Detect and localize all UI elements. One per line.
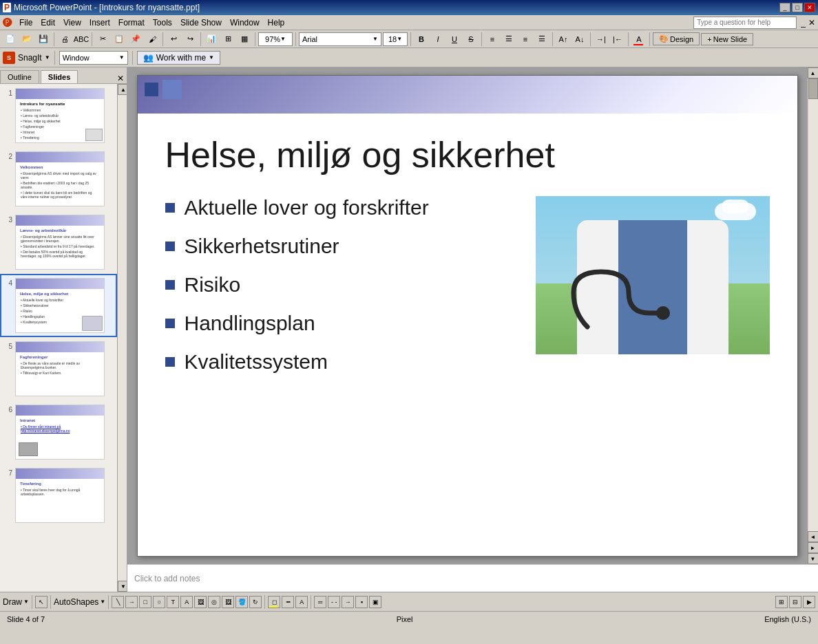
clipart-tool-button[interactable]: 🖼 — [194, 596, 207, 608]
paint-tool-button[interactable]: 🪣 — [235, 596, 248, 608]
font-color-button[interactable]: A — [631, 32, 647, 47]
slide-item-6[interactable]: 6 Intranet • Du finner vårt intranet på … — [0, 400, 117, 464]
tab-outline[interactable]: Outline — [0, 70, 39, 83]
close-icon[interactable]: ✕ — [808, 18, 815, 28]
workwith-button[interactable]: 👥 Work with me ▼ — [137, 51, 220, 65]
justify-button[interactable]: ☰ — [534, 32, 549, 47]
menu-edit[interactable]: Edit — [36, 17, 59, 29]
scroll-up-button[interactable]: ▲ — [118, 84, 127, 95]
spelling-button[interactable]: ABC — [74, 32, 89, 47]
slideshow-button[interactable]: ▶ — [803, 596, 815, 608]
minimize-button[interactable]: _ — [779, 3, 790, 12]
menu-window[interactable]: Window — [226, 17, 264, 29]
slide-item-7[interactable]: 7 Timeføring • Timer skal føres hver dag… — [0, 464, 117, 527]
increase-font-button[interactable]: A↑ — [556, 32, 571, 47]
scroll-down-right-button[interactable]: ▼ — [808, 553, 819, 564]
textbox-tool-button[interactable]: T — [167, 596, 179, 608]
menu-insert[interactable]: Insert — [85, 17, 114, 29]
slide-item-2[interactable]: 2 Velkommen • Eksempelgirma AS driver me… — [0, 147, 117, 211]
slide-item-3[interactable]: 3 Lønns- og arbeidsvilkår • Eksempelgirm… — [0, 211, 117, 274]
underline-button[interactable]: U — [447, 32, 462, 47]
line-style-button[interactable]: ═ — [314, 596, 326, 608]
indent-more-button[interactable]: →| — [594, 32, 609, 47]
zoom-dropdown-icon[interactable]: ▼ — [280, 36, 286, 42]
scroll-right-1[interactable]: ◄ — [808, 531, 819, 542]
fill-color-button[interactable]: ◻ — [268, 596, 280, 608]
close-button[interactable]: ✕ — [804, 3, 815, 12]
shadow-button[interactable]: ▪ — [355, 596, 368, 608]
save-button[interactable]: 💾 — [36, 32, 51, 47]
image-tool-button[interactable]: 🖼 — [222, 596, 234, 608]
print-button[interactable]: 🖨 — [57, 32, 72, 47]
line-tool-button[interactable]: ╲ — [112, 596, 124, 608]
minimize-icon[interactable]: _ — [801, 18, 806, 28]
chart-button[interactable]: 📊 — [204, 32, 219, 47]
oval-tool-button[interactable]: ○ — [153, 596, 165, 608]
new-button[interactable]: 📄 — [3, 32, 18, 47]
3d-button[interactable]: ▣ — [369, 596, 381, 608]
dash-style-button[interactable]: - - — [328, 596, 340, 608]
window-selector[interactable]: Window ▼ — [59, 51, 128, 65]
rectangle-tool-button[interactable]: □ — [139, 596, 151, 608]
redo-button[interactable]: ↪ — [182, 32, 198, 47]
copy-button[interactable]: 📋 — [112, 32, 127, 47]
help-search-input[interactable] — [693, 17, 797, 29]
arrow-tool-button[interactable]: → — [125, 596, 138, 608]
restore-button[interactable]: □ — [792, 3, 803, 12]
line-color-button[interactable]: ━ — [282, 596, 294, 608]
align-right-button[interactable]: ≡ — [518, 32, 533, 47]
decrease-font-button[interactable]: A↓ — [572, 32, 587, 47]
scroll-thumb-right[interactable] — [808, 78, 818, 99]
scroll-down-button[interactable]: ▼ — [118, 581, 127, 592]
panel-close-button[interactable]: ✕ — [117, 74, 124, 83]
open-button[interactable]: 📂 — [19, 32, 34, 47]
italic-button[interactable]: I — [430, 32, 445, 47]
strikethrough-button[interactable]: S — [463, 32, 479, 47]
notes-area[interactable]: Click to add notes — [127, 564, 818, 592]
paste-button[interactable]: 📌 — [128, 32, 143, 47]
font-selector[interactable]: Arial ▼ — [299, 32, 381, 46]
menu-tools[interactable]: Tools — [149, 17, 176, 29]
wordart-tool-button[interactable]: A — [180, 596, 193, 608]
indent-less-button[interactable]: |← — [610, 32, 625, 47]
table-button[interactable]: ⊞ — [220, 32, 235, 47]
slide-item-1[interactable]: 1 Introkurs for nyansatte • Velkommen • … — [0, 84, 117, 147]
slide-item-5[interactable]: 5 Fagforeninger • De fleste av våre ansa… — [0, 337, 117, 400]
grid-button[interactable]: ▦ — [237, 32, 252, 47]
slide-sorter-button[interactable]: ⊟ — [789, 596, 801, 608]
font-size-dropdown-icon[interactable]: ▼ — [397, 36, 402, 42]
menu-view[interactable]: View — [59, 17, 85, 29]
menu-help[interactable]: Help — [264, 17, 289, 29]
bold-button[interactable]: B — [414, 32, 429, 47]
text-color-btn2[interactable]: A — [295, 596, 308, 608]
menu-format[interactable]: Format — [114, 17, 149, 29]
autoshapes-dropdown-icon[interactable]: ▼ — [100, 599, 105, 605]
align-center-button[interactable]: ☰ — [501, 32, 516, 47]
menu-slideshow[interactable]: Slide Show — [176, 17, 226, 29]
align-left-button[interactable]: ≡ — [485, 32, 500, 47]
snagit-arrow[interactable]: ▼ — [45, 54, 50, 61]
scroll-up-right-button[interactable]: ▲ — [808, 67, 819, 78]
draw-dropdown-icon[interactable]: ▼ — [23, 599, 29, 605]
slide-canvas[interactable]: Helse, miljø og sikkerhet Aktuelle lover… — [137, 75, 798, 557]
window-dropdown-icon[interactable]: ▼ — [119, 54, 125, 61]
new-slide-button[interactable]: + New Slide — [701, 33, 753, 45]
undo-button[interactable]: ↩ — [166, 32, 181, 47]
zoom-box[interactable]: 97% ▼ — [258, 32, 293, 46]
tab-slides[interactable]: Slides — [41, 70, 78, 83]
slide-item-4[interactable]: 4 Helse, miljø og sikkerhet • Aktuelle l… — [0, 274, 117, 337]
format-painter-button[interactable]: 🖌 — [145, 32, 160, 47]
menu-file[interactable]: File — [15, 17, 36, 29]
slide-title[interactable]: Helse, miljø og sikkerhet — [138, 114, 797, 189]
font-dropdown-icon[interactable]: ▼ — [373, 36, 378, 42]
cut-button[interactable]: ✂ — [95, 32, 110, 47]
font-size-selector[interactable]: 18 ▼ — [383, 32, 408, 46]
workwith-dropdown-icon[interactable]: ▼ — [209, 54, 214, 61]
normal-view-button[interactable]: ⊞ — [775, 596, 788, 608]
arrow-style-button[interactable]: → — [342, 596, 354, 608]
rotate-tool-button[interactable]: ↻ — [249, 596, 262, 608]
select-tool-button[interactable]: ↖ — [35, 596, 48, 608]
design-button[interactable]: 🎨 Design — [653, 32, 700, 45]
diagram-tool-button[interactable]: ◎ — [208, 596, 220, 608]
scroll-right-2[interactable]: ► — [808, 542, 819, 553]
